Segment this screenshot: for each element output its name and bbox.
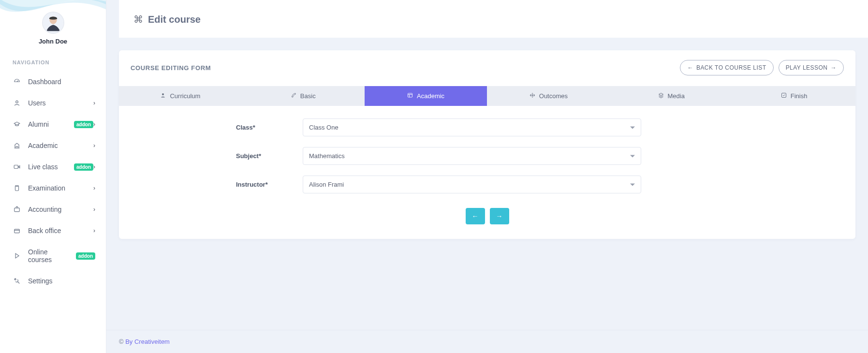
wizard-prev-button[interactable]: ← (466, 208, 485, 224)
card-title: COURSE EDITING FORM (131, 64, 211, 72)
sidebar-item-label: Academic (28, 142, 93, 149)
class-label: Class* (236, 124, 299, 131)
sidebar-item-label: Users (28, 99, 93, 107)
sidebar-item-settings[interactable]: Settings (13, 270, 97, 292)
page-title: Edit course (148, 14, 201, 25)
addon-badge: addon (74, 163, 93, 171)
profile: John Doe (0, 0, 106, 50)
main: ⌘ Edit course COURSE EDITING FORM ← BACK… (106, 0, 868, 353)
arrow-left-icon: ← (687, 64, 693, 71)
user-icon (13, 100, 21, 106)
wizard-next-button[interactable]: → (490, 208, 509, 224)
svg-rect-6 (15, 229, 20, 233)
card-header-actions: ← BACK TO COURSE LIST PLAY LESSON → (680, 60, 844, 75)
sidebar-item-label: Alumni (28, 120, 71, 128)
chevron-right-icon: › (93, 100, 95, 106)
addon-badge: addon (76, 252, 95, 260)
person-icon (160, 92, 166, 100)
sidebar: John Doe NAVIGATION DashboardUsers›Alumn… (0, 0, 106, 353)
footer: © By Creativeitem (106, 330, 868, 353)
sidebar-item-back-office[interactable]: Back office› (13, 220, 97, 241)
instructor-row: Instructor* Alison Frami (131, 176, 844, 193)
chevron-right-icon: › (93, 121, 95, 128)
sidebar-item-label: Back office (28, 227, 93, 235)
tab-label: Academic (417, 92, 444, 100)
sidebar-item-alumni[interactable]: Alumniaddon› (13, 114, 97, 135)
tab-label: Finish (791, 92, 808, 100)
button-label: PLAY LESSON (786, 64, 828, 71)
footer-link[interactable]: By Creativeitem (125, 338, 170, 345)
svg-rect-5 (15, 208, 20, 212)
content: COURSE EDITING FORM ← BACK TO COURSE LIS… (106, 50, 868, 330)
tab-basic[interactable]: Basic (242, 86, 365, 106)
sidebar-item-label: Settings (28, 277, 95, 285)
chevron-right-icon: › (93, 185, 95, 191)
tab-finish[interactable]: Finish (733, 86, 855, 106)
chevron-right-icon: › (93, 163, 95, 170)
avatar[interactable] (42, 12, 64, 34)
instructor-label: Instructor* (236, 181, 299, 188)
svg-point-2 (16, 101, 18, 103)
button-label: BACK TO COURSE LIST (696, 64, 766, 71)
subject-label: Subject* (236, 152, 299, 160)
check-icon (781, 92, 787, 100)
play-icon (13, 252, 21, 259)
sidebar-item-dashboard[interactable]: Dashboard (13, 71, 97, 92)
academic-form: Class* Class One Subject* Mathematics (119, 106, 855, 239)
school-icon (13, 142, 21, 149)
class-row: Class* Class One (131, 118, 844, 136)
svg-point-7 (162, 93, 164, 95)
class-select[interactable]: Class One (303, 118, 641, 136)
tab-label: Curriculum (170, 92, 200, 100)
tab-outcomes[interactable]: Outcomes (487, 86, 610, 106)
svg-rect-8 (408, 93, 412, 97)
brief-icon (13, 206, 21, 213)
chevron-right-icon: › (93, 206, 95, 213)
sidebar-item-accounting[interactable]: Accounting› (13, 199, 97, 220)
feather-icon (291, 92, 296, 100)
instructor-select[interactable]: Alison Frami (303, 176, 641, 193)
tab-label: Outcomes (539, 92, 568, 100)
sidebar-item-label: Accounting (28, 206, 93, 213)
tab-academic[interactable]: Academic (365, 86, 487, 106)
sidebar-item-examination[interactable]: Examination› (13, 177, 97, 199)
gauge-icon (13, 78, 21, 85)
sidebar-item-online-courses[interactable]: Online coursesaddon (13, 241, 97, 270)
tools-icon (13, 278, 21, 284)
subject-select[interactable]: Mathematics (303, 147, 641, 165)
sidebar-item-label: Dashboard (28, 78, 95, 86)
svg-rect-9 (781, 93, 786, 98)
sidebar-item-academic[interactable]: Academic› (13, 135, 97, 156)
command-icon: ⌘ (133, 14, 143, 25)
course-card: COURSE EDITING FORM ← BACK TO COURSE LIS… (119, 50, 855, 239)
clip-icon (13, 185, 21, 191)
play-lesson-button[interactable]: PLAY LESSON → (779, 60, 844, 75)
sidebar-item-label: Examination (28, 184, 93, 192)
nav-section: NAVIGATION DashboardUsers›Alumniaddon›Ac… (0, 50, 106, 292)
class-select-value: Class One (303, 119, 641, 136)
sidebar-item-users[interactable]: Users› (13, 92, 97, 114)
stack-icon (658, 92, 664, 100)
svg-rect-3 (14, 165, 18, 169)
tab-label: Media (668, 92, 685, 100)
video-icon (13, 163, 21, 170)
chevron-right-icon: › (93, 142, 95, 149)
instructor-select-value: Alison Frami (303, 176, 641, 193)
card-header: COURSE EDITING FORM ← BACK TO COURSE LIS… (119, 50, 855, 80)
footer-prefix: © (119, 338, 125, 345)
tab-label: Basic (300, 92, 316, 100)
back-to-course-list-button[interactable]: ← BACK TO COURSE LIST (680, 60, 773, 75)
sidebar-item-live-class[interactable]: Live classaddon› (13, 156, 97, 177)
grad-icon (13, 121, 21, 128)
tabs: CurriculumBasicAcademicOutcomesMediaFini… (119, 86, 855, 106)
page-header: ⌘ Edit course (119, 0, 868, 38)
box-icon (13, 227, 21, 234)
addon-badge: addon (74, 121, 93, 128)
nav-list: DashboardUsers›Alumniaddon›Academic›Live… (13, 71, 97, 292)
move-icon (530, 92, 535, 100)
layout-icon (407, 92, 413, 100)
tab-media[interactable]: Media (610, 86, 733, 106)
user-name: John Doe (39, 38, 67, 45)
tab-curriculum[interactable]: Curriculum (119, 86, 242, 106)
arrow-left-icon: ← (472, 212, 479, 220)
